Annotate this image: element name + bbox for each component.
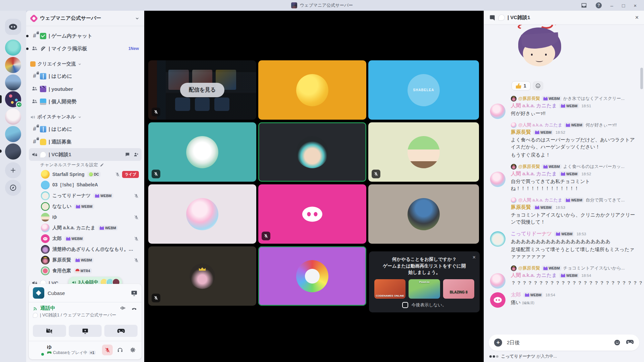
voice-member-row[interactable]: 太郎 WEBM xyxy=(29,233,142,244)
invite-member-icon[interactable] xyxy=(133,152,139,157)
activities-button[interactable] xyxy=(104,325,138,337)
video-tile[interactable] xyxy=(148,122,256,182)
sticker-message[interactable] xyxy=(489,25,639,80)
chat-message[interactable]: @豚原長賢 WEBM よく食べるのはスーパーカッ... 人間 a.k.a. カニ… xyxy=(489,164,639,192)
voice-member-row[interactable]: 清楚枠のあざりんくん@ななもり。… xyxy=(29,244,142,255)
channel-hajimeni-1[interactable]: # | はじめに xyxy=(29,70,142,82)
chat-message[interactable]: @人間 a.k.a. カニたま WEBM 何が好きぃーｯ!! 豚原長賢 WEBM… xyxy=(489,122,639,159)
thumbsup-reaction[interactable]: 1 xyxy=(512,81,531,90)
voice-member-row[interactable]: ゆ xyxy=(29,212,142,223)
avatar[interactable] xyxy=(490,231,505,247)
channel-indie-dev[interactable]: | 個人開発勢 xyxy=(29,95,142,108)
close-button[interactable]: × xyxy=(634,3,637,8)
server-avatar[interactable] xyxy=(5,143,21,160)
book-emoji xyxy=(40,126,46,132)
channel-minecraft-board[interactable]: | マイクラ掲示板 1New xyxy=(29,42,142,55)
stream-tile[interactable]: 配信を見る xyxy=(148,60,256,120)
chat-message[interactable]: こってりドーナツ WEBM 18:53 ああああああああああああああああああああ… xyxy=(489,231,639,260)
chat-message[interactable]: @豚原長賢 WEBM チョコミントアイスないから... 人間 a.k.a. カニ… xyxy=(489,265,639,287)
controller-icon xyxy=(47,351,52,354)
emoji-picker-icon[interactable] xyxy=(614,339,621,346)
attach-plus-button[interactable]: + xyxy=(494,339,502,347)
promo-game-codenames[interactable]: CODENAMES ONLINE xyxy=(374,279,406,299)
discord-home-button[interactable] xyxy=(5,19,21,35)
open-chat-icon[interactable] xyxy=(125,152,130,157)
voice-channel-vc1[interactable]: | VC雑談1 xyxy=(29,148,142,161)
avatar[interactable] xyxy=(490,292,505,308)
message-input[interactable] xyxy=(507,340,609,346)
message-author[interactable]: 太郎 xyxy=(511,292,521,298)
avatar[interactable] xyxy=(490,104,505,119)
watch-stream-button[interactable]: 配信を見る xyxy=(180,83,225,97)
message-author[interactable]: 豚原長賢 xyxy=(511,204,531,210)
minimize-button[interactable]: – xyxy=(610,3,613,8)
screenshare-button[interactable] xyxy=(69,325,102,337)
server-avatar-active-voice[interactable] xyxy=(5,91,21,107)
disconnect-call-icon[interactable] xyxy=(131,305,138,311)
video-tile[interactable] xyxy=(148,184,256,244)
server-boost-icon xyxy=(30,14,38,22)
settings-gear-button[interactable] xyxy=(127,345,138,355)
avatar[interactable] xyxy=(490,172,505,187)
server-avatar[interactable] xyxy=(5,109,21,125)
server-avatar[interactable] xyxy=(5,57,21,73)
voice-member-row[interactable]: 食用色素 MTR4 xyxy=(29,265,142,276)
help-icon[interactable]: ? xyxy=(596,2,602,8)
video-tile[interactable]: SHABELEA xyxy=(368,60,479,120)
channel-youtuber[interactable]: | youtuber xyxy=(29,82,142,95)
message-list[interactable]: 1 @豚原長賢 WEBM かき氷ではなくアイスクリー... 人間 a.k.a. … xyxy=(484,25,644,322)
server-avatar[interactable] xyxy=(5,74,21,90)
video-tile[interactable] xyxy=(148,246,256,306)
call-location[interactable]: | VC雑談1 / ウェブマニア公式サーバー xyxy=(33,312,138,318)
video-tile[interactable] xyxy=(368,184,479,244)
soundboard-icon[interactable] xyxy=(120,305,126,311)
avatar[interactable] xyxy=(490,273,505,289)
category-creator[interactable]: クリエイター交流 xyxy=(29,58,142,70)
explore-servers-button[interactable] xyxy=(5,180,21,196)
chat-message[interactable]: @豚原長賢 WEBM かき氷ではなくアイスクリー... 人間 a.k.a. カニ… xyxy=(489,96,639,117)
user-area[interactable]: ゆ Cubaseをプレイ中 +1 xyxy=(29,341,142,359)
chat-message[interactable]: 太郎 WEBM 18:54 痛い (編集済) xyxy=(489,292,639,306)
channel-call-recruit[interactable]: # | 通話募集 xyxy=(29,135,142,148)
video-tile[interactable] xyxy=(258,184,366,244)
message-author[interactable]: 人間 a.k.a. カニたま xyxy=(511,272,557,279)
add-server-button[interactable] xyxy=(5,162,21,178)
dont-show-again-checkbox[interactable] xyxy=(402,302,408,308)
add-reaction-button[interactable] xyxy=(533,81,543,90)
promo-game-blazing8[interactable]: BLAZING 8 xyxy=(443,279,474,299)
camera-off-button[interactable] xyxy=(33,325,66,337)
message-author[interactable]: 人間 a.k.a. カニたま xyxy=(511,171,557,177)
mic-muted-button[interactable] xyxy=(102,345,113,355)
category-voice[interactable]: ボイスチャンネル xyxy=(29,111,142,123)
video-tile[interactable] xyxy=(258,60,366,120)
channel-status-setter[interactable]: チャンネルステータスを設定 xyxy=(29,161,142,169)
deafen-button[interactable] xyxy=(115,345,125,355)
server-header[interactable]: ウェブマニア公式サーバー xyxy=(26,11,144,26)
video-tile[interactable] xyxy=(368,122,479,182)
channel-game-chat[interactable]: # | ゲーム内チャット xyxy=(29,29,142,42)
channel-hajimeni-2[interactable]: # | はじめに xyxy=(29,123,142,135)
close-icon[interactable]: × xyxy=(473,255,476,260)
server-avatar[interactable] xyxy=(5,40,21,56)
inbox-icon[interactable] xyxy=(581,3,587,8)
chat-scrollbar[interactable] xyxy=(640,68,643,89)
message-author[interactable]: こってりドーナツ xyxy=(511,231,552,237)
voice-member-row[interactable]: 豚原長賢 WEBM xyxy=(29,255,142,265)
video-tile-speaking[interactable] xyxy=(258,122,366,182)
message-author[interactable]: 豚原長賢 xyxy=(511,129,531,135)
promo-game-poxel[interactable]: Poxel.io xyxy=(409,279,440,299)
voice-member-row[interactable]: 人間 a.k.a. カニたま WEBM xyxy=(29,223,142,233)
maximize-button[interactable]: □ xyxy=(622,3,625,8)
gif-activity-icon[interactable] xyxy=(626,339,634,346)
voice-member-row[interactable]: こってりドーナツ WEBM xyxy=(29,190,142,201)
chat-message[interactable]: @人間 a.k.a. カニたま WEBM 自分で買ってきて... 豚原長賢 WE… xyxy=(489,197,639,226)
voice-member-row[interactable]: ななしい WEBM xyxy=(29,201,142,212)
close-chat-icon[interactable]: × xyxy=(635,14,639,21)
voice-member-row[interactable]: Starfall Spring DC ライブ xyxy=(29,169,142,180)
message-input-bar[interactable]: + xyxy=(489,335,639,351)
server-avatar[interactable] xyxy=(5,126,21,142)
message-author[interactable]: 人間 a.k.a. カニたま xyxy=(511,103,557,109)
stream-activity-icon[interactable] xyxy=(131,290,138,296)
video-tile-speaking[interactable] xyxy=(258,246,366,306)
voice-member-row[interactable]: 03［!shc］ShabeleA xyxy=(29,180,142,190)
